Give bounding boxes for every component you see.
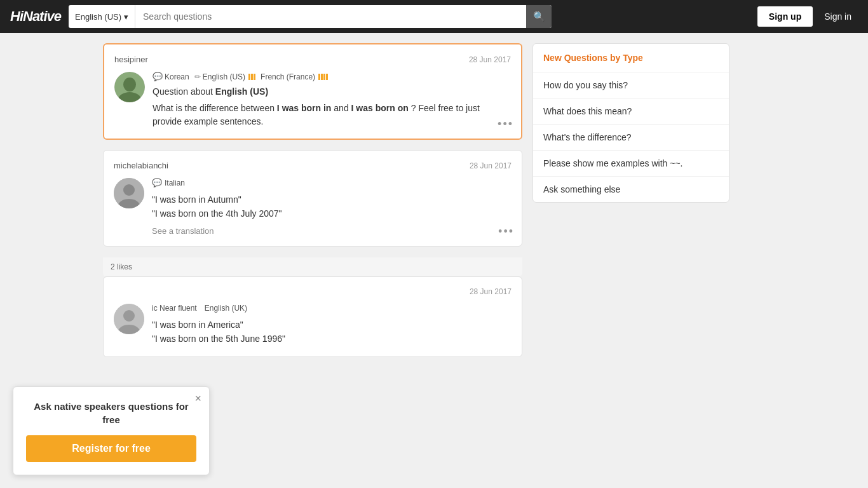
answer-avatar-1 [114,178,144,208]
svg-point-7 [123,310,135,322]
answer-card-2: 28 Jun 2017 ic Near fluent English (UK) [103,276,522,357]
answer-date-1: 28 Jun 2017 [470,161,512,170]
app-header: HiNative English (US) ▾ 🔍 Sign up Sign i… [0,0,868,33]
question-card: hesipiner 28 Jun 2017 💬 Korean [103,43,522,140]
main-content: hesipiner 28 Jun 2017 💬 Korean [103,43,522,357]
chevron-down-icon: ▾ [124,12,128,22]
answer-body-1: "I was born in Autumn" "I was born on th… [152,193,512,221]
more-options-button[interactable]: ••• [498,118,513,131]
svg-point-4 [123,184,135,196]
avatar [114,72,145,102]
username: hesipiner [114,55,148,64]
left-spacer [10,43,93,357]
card-header: hesipiner 28 Jun 2017 [114,55,511,64]
more-options-button-answer1[interactable]: ••• [498,225,514,238]
answer-body-2: "I was born in America" "I was born on t… [152,318,512,346]
answer-lang-tag-2: ic Near fluent English (UK) [152,304,512,313]
learning-lang-tag-2: French (France) [261,72,328,81]
native-lang-tag: 💬 Korean [153,72,189,81]
speech-icon: 💬 [153,72,163,81]
app-logo[interactable]: HiNative [10,8,61,25]
signin-button[interactable]: Sign in [818,6,858,27]
sidebar-item-how-do-you-say[interactable]: How do you say this? [533,72,729,98]
answer-card-1: michelabianchi 28 Jun 2017 💬 Italian [103,150,522,247]
answer-card-header-1: michelabianchi 28 Jun 2017 [114,161,512,170]
lang-bars [248,74,255,80]
question-title: Question about English (US) [153,86,511,97]
svg-point-1 [123,78,136,92]
likes-bar: 2 likes [103,257,522,276]
search-icon: 🔍 [533,11,545,22]
speech-icon-2: 💬 [152,178,162,187]
sidebar-title: New Questions by Type [533,44,729,72]
see-translation-link[interactable]: See a translation [152,226,512,236]
sidebar-item-ask-else[interactable]: Ask something else [533,177,729,202]
answer-content-1: 💬 Italian "I was born in Autumn" "I was … [152,178,512,236]
lang-tags: 💬 Korean ✏ English (US) [153,72,511,81]
answer-date-2: 28 Jun 2017 [470,287,512,296]
card-body: 💬 Korean ✏ English (US) [114,72,511,128]
search-input[interactable] [135,5,526,28]
language-selector[interactable]: English (US) ▾ [69,5,135,28]
lang-selector-label: English (US) [75,12,121,22]
learning-lang-tag-1: ✏ English (US) [194,72,255,81]
answer-avatar-2 [114,304,144,334]
search-button[interactable]: 🔍 [526,5,552,28]
question-body: What is the difference between I was bor… [153,102,511,128]
signup-button[interactable]: Sign up [757,6,813,27]
sidebar-section: New Questions by Type How do you say thi… [532,43,729,203]
answer-content-2: ic Near fluent English (UK) "I was born … [152,304,512,346]
sidebar-item-what-does-mean[interactable]: What does this mean? [533,98,729,125]
answer-username-1: michelabianchi [114,161,168,170]
sidebar-item-examples[interactable]: Please show me examples with ~~. [533,151,729,177]
answer-lang-tag-1: 💬 Italian [152,178,512,187]
answer-body-wrap-1: 💬 Italian "I was born in Autumn" "I was … [114,178,512,236]
search-bar: English (US) ▾ 🔍 [69,5,552,28]
post-date: 28 Jun 2017 [469,55,511,64]
sidebar: New Questions by Type How do you say thi… [532,43,729,357]
card-content: 💬 Korean ✏ English (US) [153,72,511,128]
pencil-icon: ✏ [194,72,201,81]
sidebar-item-difference[interactable]: What's the difference? [533,125,729,151]
answer-body-wrap-2: ic Near fluent English (UK) "I was born … [114,304,512,346]
answer-card-header-2: 28 Jun 2017 [114,287,512,296]
header-actions: Sign up Sign in [757,6,858,27]
lang-bars-2 [318,74,328,80]
